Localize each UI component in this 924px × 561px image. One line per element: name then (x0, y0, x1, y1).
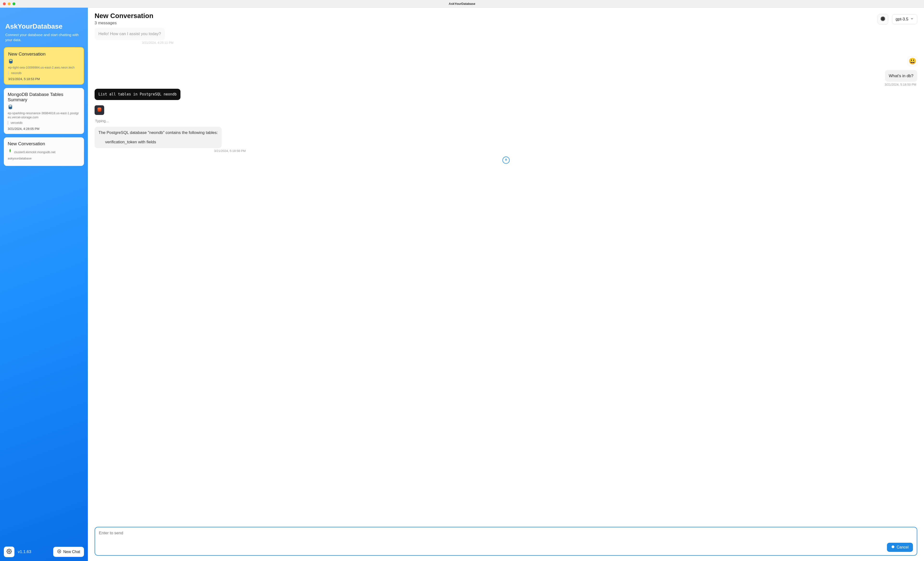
user-message-bubble: What's in db? (885, 70, 917, 82)
app-root: AskYourDatabase Connect your database an… (0, 8, 924, 561)
svg-text:AI: AI (882, 18, 884, 20)
sidebar: AskYourDatabase Connect your database an… (0, 8, 88, 561)
new-chat-button[interactable]: New Chat (53, 547, 84, 557)
conversation-host: cluster0.kkmcklr.mongodb.net (14, 150, 56, 154)
main-panel: New Conversation 3 messages AI gpt-3.5 (88, 8, 924, 561)
tool-call-bubble: List all tables in PostgreSQL neondb (94, 89, 180, 100)
conversation-title: MongoDB Database Tables Summary (8, 92, 80, 102)
message-timestamp: 3/21/2024, 5:18:56 PM (96, 149, 246, 153)
brand-tagline: Connect your database and start chatting… (5, 32, 82, 42)
svg-rect-4 (506, 159, 506, 160)
message-timestamp: 3/21/2024, 4:25:11 PM (96, 41, 174, 45)
database-stack-icon (96, 107, 102, 114)
conversation-title: New Conversation (8, 141, 80, 147)
conversation-dbname: neondb (8, 71, 80, 75)
window-titlebar: AskYourDatabase (0, 0, 924, 8)
pause-icon (891, 545, 895, 549)
gear-icon (6, 549, 12, 555)
pause-streaming-button[interactable] (502, 157, 510, 164)
window-minimize-button[interactable] (8, 2, 10, 5)
conversation-list[interactable]: New Conversation ep-tight-sea-10099984.u… (4, 47, 84, 543)
composer-area: Cancel (88, 524, 924, 561)
conversation-title: New Conversation (8, 51, 80, 57)
conversation-dbname: askyourdatabase (8, 157, 80, 160)
streaming-intro: The PostgreSQL database "neondb" contain… (98, 130, 218, 136)
message-timestamp: 3/21/2024, 5:18:50 PM (885, 83, 916, 86)
mongodb-icon (8, 148, 13, 154)
main-header: New Conversation 3 messages AI gpt-3.5 (88, 8, 924, 27)
model-selector[interactable]: gpt-3.5 (892, 14, 917, 24)
svg-rect-8 (893, 546, 894, 548)
version-label: v1.1.63 (18, 549, 50, 554)
message-row-tool: List all tables in PostgreSQL neondb (94, 89, 917, 100)
message-list[interactable]: Hello! How can I assist you today? 3/21/… (88, 27, 924, 524)
typing-indicator: Typing... (95, 119, 917, 123)
message-row-user: What's in db? 3/21/2024, 5:18:50 PM (94, 70, 917, 87)
brand-title: AskYourDatabase (5, 22, 84, 30)
conversation-host: ep-sparkling-resonance-36984818.us-east-… (8, 111, 80, 120)
svg-point-0 (8, 551, 10, 552)
conversation-message-count: 3 messages (94, 21, 878, 25)
conversation-heading: New Conversation (94, 12, 878, 20)
chevron-down-icon (910, 17, 914, 22)
user-avatar-emoji: 😃 (908, 57, 917, 66)
postgresql-icon (8, 59, 14, 64)
assistant-streaming-bubble: The PostgreSQL database "neondb" contain… (94, 127, 222, 148)
new-chat-label: New Chat (63, 550, 80, 554)
ai-chip-icon: AI (880, 16, 886, 23)
window-close-button[interactable] (3, 2, 6, 5)
message-row-assistant-streaming: The PostgreSQL database "neondb" contain… (94, 127, 917, 153)
window-fullscreen-button[interactable] (12, 2, 15, 5)
message-row-assistant: Hello! How can I assist you today? 3/21/… (94, 27, 917, 45)
composer[interactable]: Cancel (94, 527, 917, 556)
model-name: gpt-3.5 (896, 17, 908, 22)
conversation-timestamp: 3/21/2024, 4:28:05 PM (8, 127, 80, 130)
conversation-dbname: verceldb (8, 121, 80, 124)
svg-rect-5 (506, 159, 507, 160)
svg-rect-7 (892, 546, 893, 548)
sidebar-footer: v1.1.63 New Chat (4, 543, 84, 557)
conversation-host: ep-tight-sea-10099984.us-east-2.aws.neon… (8, 66, 80, 70)
conversation-card[interactable]: MongoDB Database Tables Summary ep-spark… (4, 88, 84, 134)
conversation-timestamp: 3/21/2024, 5:18:53 PM (8, 77, 80, 81)
postgresql-icon (8, 104, 13, 110)
plus-circle-icon (57, 549, 62, 555)
streaming-list-item: verification_token with fields (98, 139, 218, 145)
message-input[interactable] (99, 531, 913, 540)
ai-provider-button[interactable]: AI (878, 14, 888, 24)
pause-icon (504, 158, 508, 162)
cancel-label: Cancel (897, 545, 909, 549)
settings-button[interactable] (4, 547, 14, 557)
window-title: AskYourDatabase (0, 2, 924, 6)
conversation-card[interactable]: New Conversation cluster0.kkmcklr.mongod… (4, 137, 84, 166)
assistant-message-bubble: Hello! How can I assist you today? (94, 28, 165, 40)
pause-row (94, 157, 917, 164)
conversation-card[interactable]: New Conversation ep-tight-sea-10099984.u… (4, 47, 84, 85)
cancel-button[interactable]: Cancel (887, 543, 913, 552)
window-controls (3, 2, 15, 5)
database-avatar (94, 105, 104, 115)
